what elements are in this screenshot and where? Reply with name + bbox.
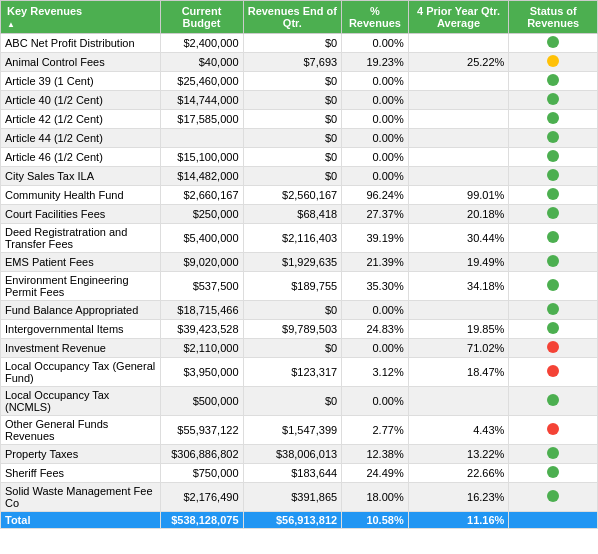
row-revenues: $183,644 bbox=[243, 464, 342, 483]
row-avg bbox=[408, 34, 509, 53]
row-status bbox=[509, 53, 598, 72]
row-budget: $9,020,000 bbox=[160, 253, 243, 272]
row-budget: $55,937,122 bbox=[160, 416, 243, 445]
row-budget: $3,950,000 bbox=[160, 358, 243, 387]
row-name: Local Occupancy Tax (NCMLS) bbox=[1, 387, 161, 416]
row-revenues: $0 bbox=[243, 72, 342, 91]
table-row: Intergovernmental Items $39,423,528 $9,7… bbox=[1, 320, 598, 339]
row-pct: 0.00% bbox=[342, 301, 409, 320]
row-avg: 25.22% bbox=[408, 53, 509, 72]
row-avg bbox=[408, 301, 509, 320]
table-row: Article 40 (1/2 Cent) $14,744,000 $0 0.0… bbox=[1, 91, 598, 110]
total-status bbox=[509, 512, 598, 529]
table-row: Local Occupancy Tax (General Fund) $3,95… bbox=[1, 358, 598, 387]
row-pct: 3.12% bbox=[342, 358, 409, 387]
row-avg: 13.22% bbox=[408, 445, 509, 464]
status-dot bbox=[547, 131, 559, 143]
row-avg: 19.85% bbox=[408, 320, 509, 339]
row-avg bbox=[408, 148, 509, 167]
header-current-budget: Current Budget bbox=[160, 1, 243, 34]
row-avg bbox=[408, 387, 509, 416]
total-pct: 10.58% bbox=[342, 512, 409, 529]
row-budget: $500,000 bbox=[160, 387, 243, 416]
row-name: Community Health Fund bbox=[1, 186, 161, 205]
table-row: Community Health Fund $2,660,167 $2,560,… bbox=[1, 186, 598, 205]
status-dot bbox=[547, 303, 559, 315]
table-row: Court Facilities Fees $250,000 $68,418 2… bbox=[1, 205, 598, 224]
row-budget: $2,176,490 bbox=[160, 483, 243, 512]
row-revenues: $2,560,167 bbox=[243, 186, 342, 205]
row-status bbox=[509, 224, 598, 253]
row-avg: 71.02% bbox=[408, 339, 509, 358]
row-status bbox=[509, 186, 598, 205]
row-budget: $2,400,000 bbox=[160, 34, 243, 53]
row-revenues: $1,929,635 bbox=[243, 253, 342, 272]
table-row: ABC Net Profit Distribution $2,400,000 $… bbox=[1, 34, 598, 53]
total-label: Total bbox=[1, 512, 161, 529]
status-dot bbox=[547, 150, 559, 162]
row-pct: 24.49% bbox=[342, 464, 409, 483]
row-avg: 4.43% bbox=[408, 416, 509, 445]
status-dot bbox=[547, 423, 559, 435]
status-dot bbox=[547, 279, 559, 291]
header-pct-revenues: % Revenues bbox=[342, 1, 409, 34]
header-prior-avg: 4 Prior Year Qtr. Average bbox=[408, 1, 509, 34]
row-pct: 2.77% bbox=[342, 416, 409, 445]
row-pct: 0.00% bbox=[342, 148, 409, 167]
status-dot bbox=[547, 394, 559, 406]
header-status: Status of Revenues bbox=[509, 1, 598, 34]
row-name: Property Taxes bbox=[1, 445, 161, 464]
row-avg: 34.18% bbox=[408, 272, 509, 301]
row-avg: 20.18% bbox=[408, 205, 509, 224]
table-row: Article 46 (1/2 Cent) $15,100,000 $0 0.0… bbox=[1, 148, 598, 167]
row-revenues: $391,865 bbox=[243, 483, 342, 512]
row-pct: 0.00% bbox=[342, 110, 409, 129]
row-pct: 19.23% bbox=[342, 53, 409, 72]
row-pct: 0.00% bbox=[342, 129, 409, 148]
status-dot bbox=[547, 365, 559, 377]
row-budget: $17,585,000 bbox=[160, 110, 243, 129]
row-revenues: $2,116,403 bbox=[243, 224, 342, 253]
row-budget: $39,423,528 bbox=[160, 320, 243, 339]
row-budget: $2,110,000 bbox=[160, 339, 243, 358]
row-status bbox=[509, 339, 598, 358]
row-revenues: $0 bbox=[243, 91, 342, 110]
row-status bbox=[509, 72, 598, 91]
table-row: Local Occupancy Tax (NCMLS) $500,000 $0 … bbox=[1, 387, 598, 416]
row-avg: 30.44% bbox=[408, 224, 509, 253]
row-budget: $18,715,466 bbox=[160, 301, 243, 320]
row-pct: 18.00% bbox=[342, 483, 409, 512]
row-pct: 35.30% bbox=[342, 272, 409, 301]
row-status bbox=[509, 445, 598, 464]
row-status bbox=[509, 416, 598, 445]
row-budget: $14,744,000 bbox=[160, 91, 243, 110]
row-avg bbox=[408, 110, 509, 129]
row-name: Article 42 (1/2 Cent) bbox=[1, 110, 161, 129]
status-dot bbox=[547, 466, 559, 478]
row-status bbox=[509, 34, 598, 53]
status-dot bbox=[547, 447, 559, 459]
row-pct: 21.39% bbox=[342, 253, 409, 272]
header-key-revenues: Key Revenues ▲ bbox=[1, 1, 161, 34]
row-name: Sheriff Fees bbox=[1, 464, 161, 483]
table-row: Article 39 (1 Cent) $25,460,000 $0 0.00% bbox=[1, 72, 598, 91]
sort-arrow: ▲ bbox=[7, 20, 15, 29]
table-row: EMS Patient Fees $9,020,000 $1,929,635 2… bbox=[1, 253, 598, 272]
row-pct: 0.00% bbox=[342, 167, 409, 186]
total-budget: $538,128,075 bbox=[160, 512, 243, 529]
row-avg: 18.47% bbox=[408, 358, 509, 387]
row-name: Fund Balance Appropriated bbox=[1, 301, 161, 320]
table-row: Investment Revenue $2,110,000 $0 0.00% 7… bbox=[1, 339, 598, 358]
status-dot bbox=[547, 255, 559, 267]
table-row: Sheriff Fees $750,000 $183,644 24.49% 22… bbox=[1, 464, 598, 483]
row-avg bbox=[408, 91, 509, 110]
row-name: Article 39 (1 Cent) bbox=[1, 72, 161, 91]
row-budget: $14,482,000 bbox=[160, 167, 243, 186]
table-row: Animal Control Fees $40,000 $7,693 19.23… bbox=[1, 53, 598, 72]
row-revenues: $68,418 bbox=[243, 205, 342, 224]
row-pct: 0.00% bbox=[342, 72, 409, 91]
row-name: Article 44 (1/2 Cent) bbox=[1, 129, 161, 148]
row-budget: $40,000 bbox=[160, 53, 243, 72]
row-pct: 39.19% bbox=[342, 224, 409, 253]
row-status bbox=[509, 110, 598, 129]
